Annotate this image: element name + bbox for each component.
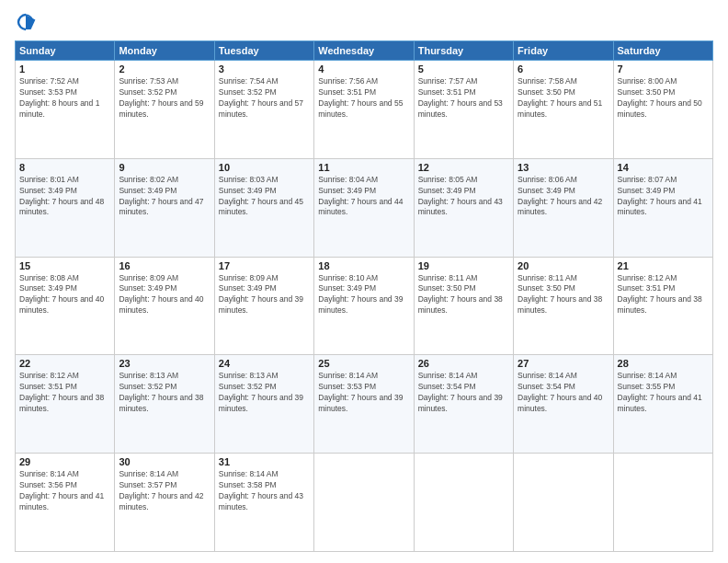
header-saturday: Saturday [613, 41, 712, 61]
day-number: 10 [219, 162, 310, 173]
day-cell: 14 Sunrise: 8:07 AM Sunset: 3:49 PM Dayl… [613, 158, 712, 257]
day-cell [613, 454, 712, 552]
day-info: Sunrise: 8:12 AM Sunset: 3:51 PM Dayligh… [19, 371, 110, 415]
page: SundayMondayTuesdayWednesdayThursdayFrid… [0, 0, 728, 563]
day-number: 6 [518, 63, 609, 75]
day-cell: 12 Sunrise: 8:05 AM Sunset: 3:49 PM Dayl… [414, 158, 513, 257]
day-number: 22 [19, 358, 110, 369]
day-cell [414, 454, 513, 552]
day-cell: 1 Sunrise: 7:52 AM Sunset: 3:53 PM Dayli… [16, 61, 115, 159]
day-info: Sunrise: 8:08 AM Sunset: 3:49 PM Dayligh… [19, 273, 110, 317]
day-number: 16 [119, 260, 210, 271]
header-wednesday: Wednesday [314, 41, 414, 61]
day-info: Sunrise: 8:07 AM Sunset: 3:49 PM Dayligh… [618, 175, 709, 219]
day-number: 9 [119, 162, 210, 173]
day-info: Sunrise: 8:12 AM Sunset: 3:51 PM Dayligh… [618, 273, 709, 317]
calendar-table: SundayMondayTuesdayWednesdayThursdayFrid… [15, 40, 713, 552]
day-cell: 7 Sunrise: 8:00 AM Sunset: 3:50 PM Dayli… [613, 61, 712, 159]
day-info: Sunrise: 8:09 AM Sunset: 3:49 PM Dayligh… [119, 273, 210, 317]
day-number: 29 [19, 456, 110, 467]
header-monday: Monday [115, 41, 214, 61]
day-cell: 19 Sunrise: 8:11 AM Sunset: 3:50 PM Dayl… [414, 257, 513, 355]
day-cell: 3 Sunrise: 7:54 AM Sunset: 3:52 PM Dayli… [214, 61, 313, 159]
day-cell: 15 Sunrise: 8:08 AM Sunset: 3:49 PM Dayl… [16, 257, 115, 355]
header [15, 11, 713, 33]
day-info: Sunrise: 7:52 AM Sunset: 3:53 PM Dayligh… [19, 76, 110, 121]
day-cell: 18 Sunrise: 8:10 AM Sunset: 3:49 PM Dayl… [314, 257, 414, 355]
day-number: 17 [219, 260, 310, 271]
header-tuesday: Tuesday [214, 41, 313, 61]
logo [15, 11, 40, 33]
header-friday: Friday [514, 41, 613, 61]
day-info: Sunrise: 8:04 AM Sunset: 3:49 PM Dayligh… [318, 175, 409, 219]
day-cell: 20 Sunrise: 8:11 AM Sunset: 3:50 PM Dayl… [514, 257, 613, 355]
day-info: Sunrise: 8:14 AM Sunset: 3:54 PM Dayligh… [418, 371, 509, 415]
day-cell: 2 Sunrise: 7:53 AM Sunset: 3:52 PM Dayli… [115, 61, 214, 159]
day-info: Sunrise: 8:13 AM Sunset: 3:52 PM Dayligh… [119, 371, 210, 415]
day-cell: 9 Sunrise: 8:02 AM Sunset: 3:49 PM Dayli… [115, 158, 214, 257]
day-cell: 8 Sunrise: 8:01 AM Sunset: 3:49 PM Dayli… [16, 158, 115, 257]
day-number: 11 [318, 162, 409, 173]
day-number: 5 [418, 63, 509, 75]
header-thursday: Thursday [414, 41, 513, 61]
day-cell: 5 Sunrise: 7:57 AM Sunset: 3:51 PM Dayli… [414, 61, 513, 159]
day-number: 23 [119, 358, 210, 369]
day-info: Sunrise: 8:14 AM Sunset: 3:55 PM Dayligh… [618, 371, 709, 415]
day-cell: 31 Sunrise: 8:14 AM Sunset: 3:58 PM Dayl… [214, 454, 313, 552]
day-cell: 29 Sunrise: 8:14 AM Sunset: 3:56 PM Dayl… [16, 454, 115, 552]
day-info: Sunrise: 8:11 AM Sunset: 3:50 PM Dayligh… [418, 273, 509, 317]
header-sunday: Sunday [16, 41, 115, 61]
day-cell [514, 454, 613, 552]
day-number: 13 [518, 162, 609, 173]
day-info: Sunrise: 8:14 AM Sunset: 3:57 PM Dayligh… [119, 469, 210, 513]
day-info: Sunrise: 7:57 AM Sunset: 3:51 PM Dayligh… [418, 76, 509, 121]
logo-icon [15, 11, 37, 33]
day-number: 2 [119, 63, 210, 75]
day-cell: 11 Sunrise: 8:04 AM Sunset: 3:49 PM Dayl… [314, 158, 414, 257]
day-number: 4 [318, 63, 409, 75]
day-cell: 17 Sunrise: 8:09 AM Sunset: 3:49 PM Dayl… [214, 257, 313, 355]
day-info: Sunrise: 7:58 AM Sunset: 3:50 PM Dayligh… [518, 76, 609, 121]
day-info: Sunrise: 8:00 AM Sunset: 3:50 PM Dayligh… [618, 76, 709, 121]
day-number: 15 [19, 260, 110, 271]
day-info: Sunrise: 8:14 AM Sunset: 3:56 PM Dayligh… [19, 469, 110, 513]
week-row-3: 15 Sunrise: 8:08 AM Sunset: 3:49 PM Dayl… [16, 257, 713, 355]
day-info: Sunrise: 7:53 AM Sunset: 3:52 PM Dayligh… [119, 76, 210, 121]
day-number: 21 [618, 260, 709, 271]
day-info: Sunrise: 8:14 AM Sunset: 3:58 PM Dayligh… [219, 469, 310, 513]
day-info: Sunrise: 8:01 AM Sunset: 3:49 PM Dayligh… [19, 175, 110, 219]
day-number: 3 [219, 63, 310, 75]
day-number: 14 [618, 162, 709, 173]
week-row-5: 29 Sunrise: 8:14 AM Sunset: 3:56 PM Dayl… [16, 454, 713, 552]
day-number: 30 [119, 456, 210, 467]
week-row-2: 8 Sunrise: 8:01 AM Sunset: 3:49 PM Dayli… [16, 158, 713, 257]
week-row-4: 22 Sunrise: 8:12 AM Sunset: 3:51 PM Dayl… [16, 355, 713, 454]
day-number: 24 [219, 358, 310, 369]
day-cell: 24 Sunrise: 8:13 AM Sunset: 3:52 PM Dayl… [214, 355, 313, 454]
day-number: 25 [318, 358, 409, 369]
day-cell [314, 454, 414, 552]
day-number: 1 [19, 63, 110, 75]
day-info: Sunrise: 8:11 AM Sunset: 3:50 PM Dayligh… [518, 273, 609, 317]
day-number: 20 [518, 260, 609, 271]
day-number: 7 [618, 63, 709, 75]
day-info: Sunrise: 8:03 AM Sunset: 3:49 PM Dayligh… [219, 175, 310, 219]
day-cell: 26 Sunrise: 8:14 AM Sunset: 3:54 PM Dayl… [414, 355, 513, 454]
day-cell: 25 Sunrise: 8:14 AM Sunset: 3:53 PM Dayl… [314, 355, 414, 454]
day-cell: 10 Sunrise: 8:03 AM Sunset: 3:49 PM Dayl… [214, 158, 313, 257]
day-number: 8 [19, 162, 110, 173]
day-info: Sunrise: 8:10 AM Sunset: 3:49 PM Dayligh… [318, 273, 409, 317]
day-number: 26 [418, 358, 509, 369]
day-info: Sunrise: 7:56 AM Sunset: 3:51 PM Dayligh… [318, 76, 409, 121]
day-info: Sunrise: 8:13 AM Sunset: 3:52 PM Dayligh… [219, 371, 310, 415]
day-cell: 28 Sunrise: 8:14 AM Sunset: 3:55 PM Dayl… [613, 355, 712, 454]
day-cell: 27 Sunrise: 8:14 AM Sunset: 3:54 PM Dayl… [514, 355, 613, 454]
calendar-header-row: SundayMondayTuesdayWednesdayThursdayFrid… [16, 41, 713, 61]
day-cell: 30 Sunrise: 8:14 AM Sunset: 3:57 PM Dayl… [115, 454, 214, 552]
day-info: Sunrise: 8:14 AM Sunset: 3:53 PM Dayligh… [318, 371, 409, 415]
day-cell: 21 Sunrise: 8:12 AM Sunset: 3:51 PM Dayl… [613, 257, 712, 355]
day-cell: 6 Sunrise: 7:58 AM Sunset: 3:50 PM Dayli… [514, 61, 613, 159]
day-number: 18 [318, 260, 409, 271]
day-info: Sunrise: 8:02 AM Sunset: 3:49 PM Dayligh… [119, 175, 210, 219]
day-number: 19 [418, 260, 509, 271]
